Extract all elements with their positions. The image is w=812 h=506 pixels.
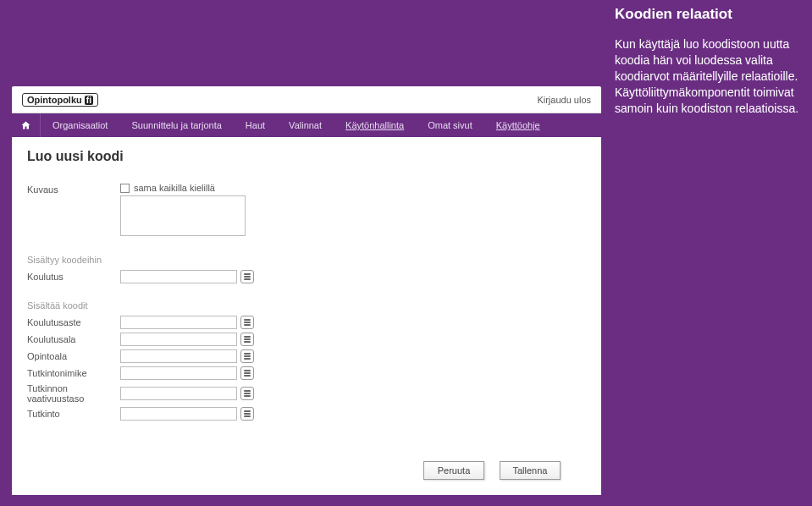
label-koulutusaste: Koulutusaste <box>27 317 120 327</box>
list-icon[interactable] <box>240 316 254 329</box>
row-koulutusaste: Koulutusaste <box>27 316 586 329</box>
input-tutkinnon-vaativuustaso[interactable] <box>120 387 237 400</box>
label-koulutus: Koulutus <box>27 272 120 282</box>
label-tutkinto: Tutkinto <box>27 409 120 419</box>
nav-valinnat[interactable]: Valinnat <box>277 113 334 137</box>
same-lang-label: sama kaikilla kielillä <box>134 183 215 193</box>
save-button[interactable]: Tallenna <box>500 461 561 480</box>
input-opintoala[interactable] <box>120 349 237 363</box>
description-row: Kuvaus sama kaikilla kielillä <box>27 183 586 238</box>
button-row: Peruuta Tallenna <box>27 461 586 480</box>
section-contained-in: Sisältyy koodeihin <box>27 255 586 265</box>
row-koulutus: Koulutus <box>27 270 586 283</box>
input-koulutusala[interactable] <box>120 333 237 346</box>
logo-suffix: fi <box>85 96 93 105</box>
list-icon[interactable] <box>240 349 254 363</box>
label-tutkintonimike: Tutkintonimike <box>27 368 120 378</box>
home-icon[interactable] <box>12 113 41 137</box>
nav-kaytonhallinta[interactable]: Käytönhallinta <box>334 113 416 137</box>
page-title: Luo uusi koodi <box>27 149 586 164</box>
input-tutkintonimike[interactable] <box>120 366 237 380</box>
list-icon[interactable] <box>240 270 254 283</box>
description-textarea[interactable] <box>120 195 246 236</box>
list-icon[interactable] <box>240 407 254 421</box>
row-tutkinto: Tutkinto <box>27 407 586 421</box>
topbar: Opintopolku fi Kirjaudu ulos <box>12 86 601 113</box>
list-icon[interactable] <box>240 387 254 400</box>
label-koulutusala: Koulutusala <box>27 334 120 344</box>
annotation-title: Koodien relaatiot <box>615 5 805 25</box>
app-window: Opintopolku fi Kirjaudu ulos Organisaati… <box>12 86 601 495</box>
annotation-panel: Koodien relaatiot Kun käyttäjä luo koodi… <box>615 5 805 116</box>
annotation-body: Kun käyttäjä luo koodistoon uutta koodia… <box>615 36 805 116</box>
logo-name: Opintopolku <box>27 95 82 105</box>
nav-suunnittelu[interactable]: Suunnittelu ja tarjonta <box>119 113 233 137</box>
input-koulutus[interactable] <box>120 270 237 283</box>
row-tutkinnon-vaativuustaso: Tutkinnon vaativuustaso <box>27 383 586 404</box>
list-icon[interactable] <box>240 333 254 346</box>
input-tutkinto[interactable] <box>120 407 237 421</box>
nav-kayttoohje[interactable]: Käyttöohje <box>484 113 552 137</box>
main-nav: Organisaatiot Suunnittelu ja tarjonta Ha… <box>12 113 601 137</box>
logout-link[interactable]: Kirjaudu ulos <box>537 95 591 105</box>
same-lang-checkbox[interactable] <box>120 184 130 193</box>
label-opintoala: Opintoala <box>27 351 120 361</box>
row-opintoala: Opintoala <box>27 349 586 363</box>
description-label: Kuvaus <box>27 183 120 195</box>
logo[interactable]: Opintopolku fi <box>22 93 98 107</box>
row-koulutusala: Koulutusala <box>27 333 586 346</box>
cancel-button[interactable]: Peruuta <box>423 461 484 480</box>
nav-omat-sivut[interactable]: Omat sivut <box>416 113 484 137</box>
nav-organisaatiot[interactable]: Organisaatiot <box>41 113 119 137</box>
list-icon[interactable] <box>240 366 254 380</box>
content-area: Luo uusi koodi Kuvaus sama kaikilla kiel… <box>12 137 601 495</box>
label-tutkinnon-vaativuustaso: Tutkinnon vaativuustaso <box>27 383 120 404</box>
input-koulutusaste[interactable] <box>120 316 237 329</box>
nav-haut[interactable]: Haut <box>234 113 277 137</box>
section-contains: Sisältää koodit <box>27 300 586 311</box>
row-tutkintonimike: Tutkintonimike <box>27 366 586 380</box>
